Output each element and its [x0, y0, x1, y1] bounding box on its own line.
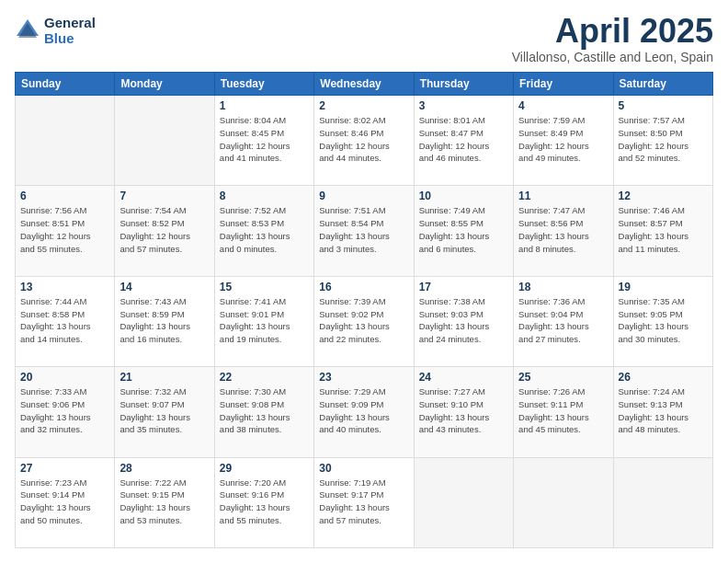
- day-number: 15: [220, 281, 309, 293]
- day-number: 23: [319, 371, 408, 384]
- day-number: 11: [518, 190, 608, 202]
- day-number: 1: [220, 99, 309, 112]
- day-number: 30: [319, 462, 408, 475]
- weekday-header-tuesday: Tuesday: [214, 73, 313, 96]
- day-number: 10: [419, 190, 508, 202]
- calendar-cell: 26Sunrise: 7:24 AM Sunset: 9:13 PM Dayli…: [613, 367, 712, 457]
- day-info: Sunrise: 7:43 AM Sunset: 8:59 PM Dayligh…: [119, 295, 209, 346]
- logo-icon: [15, 17, 40, 43]
- weekday-header-friday: Friday: [514, 73, 613, 96]
- logo-general: General: [44, 15, 96, 30]
- calendar-cell: 23Sunrise: 7:29 AM Sunset: 9:09 PM Dayli…: [314, 367, 414, 457]
- calendar-cell: 29Sunrise: 7:20 AM Sunset: 9:16 PM Dayli…: [214, 457, 313, 547]
- day-number: 27: [20, 462, 109, 475]
- day-number: 19: [619, 281, 708, 293]
- calendar-cell: 4Sunrise: 7:59 AM Sunset: 8:49 PM Daylig…: [514, 96, 613, 186]
- calendar-cell: 19Sunrise: 7:35 AM Sunset: 9:05 PM Dayli…: [613, 276, 712, 366]
- day-info: Sunrise: 7:52 AM Sunset: 8:53 PM Dayligh…: [220, 204, 309, 255]
- day-number: 5: [619, 99, 708, 112]
- day-number: 21: [119, 371, 209, 384]
- day-info: Sunrise: 7:47 AM Sunset: 8:56 PM Dayligh…: [518, 204, 608, 255]
- day-number: 26: [619, 371, 708, 384]
- calendar-cell: [514, 457, 613, 547]
- calendar-cell: 21Sunrise: 7:32 AM Sunset: 9:07 PM Dayli…: [115, 367, 214, 457]
- page: General Blue April 2025 Villalonso, Cast…: [0, 0, 728, 563]
- calendar-cell: 17Sunrise: 7:38 AM Sunset: 9:03 PM Dayli…: [414, 276, 513, 366]
- calendar-table: SundayMondayTuesdayWednesdayThursdayFrid…: [15, 72, 713, 548]
- day-info: Sunrise: 7:49 AM Sunset: 8:55 PM Dayligh…: [419, 204, 508, 255]
- day-info: Sunrise: 7:54 AM Sunset: 8:52 PM Dayligh…: [119, 204, 209, 255]
- day-number: 13: [20, 281, 109, 293]
- logo-blue: Blue: [44, 30, 96, 46]
- day-info: Sunrise: 7:57 AM Sunset: 8:50 PM Dayligh…: [619, 114, 708, 165]
- day-info: Sunrise: 7:24 AM Sunset: 9:13 PM Dayligh…: [619, 385, 708, 436]
- calendar-cell: 27Sunrise: 7:23 AM Sunset: 9:14 PM Dayli…: [16, 457, 115, 547]
- calendar-cell: 13Sunrise: 7:44 AM Sunset: 8:58 PM Dayli…: [16, 276, 115, 366]
- day-info: Sunrise: 7:23 AM Sunset: 9:14 PM Dayligh…: [20, 477, 109, 527]
- day-info: Sunrise: 7:59 AM Sunset: 8:49 PM Dayligh…: [518, 114, 608, 165]
- title-section: April 2025 Villalonso, Castille and Leon…: [512, 15, 713, 64]
- calendar-cell: 3Sunrise: 8:01 AM Sunset: 8:47 PM Daylig…: [414, 96, 513, 186]
- day-info: Sunrise: 7:36 AM Sunset: 9:04 PM Dayligh…: [518, 295, 608, 346]
- day-number: 17: [419, 281, 508, 293]
- calendar-cell: 16Sunrise: 7:39 AM Sunset: 9:02 PM Dayli…: [314, 276, 414, 366]
- calendar-cell: 15Sunrise: 7:41 AM Sunset: 9:01 PM Dayli…: [214, 276, 313, 366]
- weekday-header-row: SundayMondayTuesdayWednesdayThursdayFrid…: [16, 73, 713, 96]
- day-info: Sunrise: 7:56 AM Sunset: 8:51 PM Dayligh…: [20, 204, 109, 255]
- calendar-cell: 9Sunrise: 7:51 AM Sunset: 8:54 PM Daylig…: [314, 186, 414, 276]
- calendar-cell: 6Sunrise: 7:56 AM Sunset: 8:51 PM Daylig…: [16, 186, 115, 276]
- day-info: Sunrise: 7:32 AM Sunset: 9:07 PM Dayligh…: [119, 385, 209, 436]
- day-number: 7: [119, 190, 209, 202]
- calendar-cell: 14Sunrise: 7:43 AM Sunset: 8:59 PM Dayli…: [115, 276, 214, 366]
- day-info: Sunrise: 7:33 AM Sunset: 9:06 PM Dayligh…: [20, 385, 109, 436]
- location-title: Villalonso, Castille and Leon, Spain: [512, 50, 713, 64]
- day-number: 4: [518, 99, 608, 112]
- day-info: Sunrise: 7:30 AM Sunset: 9:08 PM Dayligh…: [220, 385, 309, 436]
- weekday-header-wednesday: Wednesday: [314, 73, 414, 96]
- day-number: 18: [518, 281, 608, 293]
- calendar-cell: 28Sunrise: 7:22 AM Sunset: 9:15 PM Dayli…: [115, 457, 214, 547]
- calendar-cell: [613, 457, 712, 547]
- calendar-cell: 2Sunrise: 8:02 AM Sunset: 8:46 PM Daylig…: [314, 96, 414, 186]
- weekday-header-monday: Monday: [115, 73, 214, 96]
- calendar-cell: 8Sunrise: 7:52 AM Sunset: 8:53 PM Daylig…: [214, 186, 313, 276]
- day-number: 28: [119, 462, 209, 475]
- calendar-cell: [414, 457, 513, 547]
- day-number: 16: [319, 281, 408, 293]
- day-info: Sunrise: 7:51 AM Sunset: 8:54 PM Dayligh…: [319, 204, 408, 255]
- day-number: 29: [220, 462, 309, 475]
- calendar-cell: 12Sunrise: 7:46 AM Sunset: 8:57 PM Dayli…: [613, 186, 712, 276]
- day-info: Sunrise: 7:41 AM Sunset: 9:01 PM Dayligh…: [220, 295, 309, 346]
- day-number: 20: [20, 371, 109, 384]
- day-info: Sunrise: 8:04 AM Sunset: 8:45 PM Dayligh…: [220, 114, 309, 165]
- day-number: 14: [119, 281, 209, 293]
- calendar-cell: 11Sunrise: 7:47 AM Sunset: 8:56 PM Dayli…: [514, 186, 613, 276]
- day-number: 8: [220, 190, 309, 202]
- calendar-cell: 7Sunrise: 7:54 AM Sunset: 8:52 PM Daylig…: [115, 186, 214, 276]
- calendar-cell: 1Sunrise: 8:04 AM Sunset: 8:45 PM Daylig…: [214, 96, 313, 186]
- day-info: Sunrise: 7:35 AM Sunset: 9:05 PM Dayligh…: [619, 295, 708, 346]
- day-info: Sunrise: 7:19 AM Sunset: 9:17 PM Dayligh…: [319, 477, 408, 527]
- calendar-cell: 25Sunrise: 7:26 AM Sunset: 9:11 PM Dayli…: [514, 367, 613, 457]
- calendar-cell: [115, 96, 214, 186]
- calendar-cell: 5Sunrise: 7:57 AM Sunset: 8:50 PM Daylig…: [613, 96, 712, 186]
- day-info: Sunrise: 7:29 AM Sunset: 9:09 PM Dayligh…: [319, 385, 408, 436]
- day-info: Sunrise: 7:38 AM Sunset: 9:03 PM Dayligh…: [419, 295, 508, 346]
- calendar-cell: 24Sunrise: 7:27 AM Sunset: 9:10 PM Dayli…: [414, 367, 513, 457]
- day-number: 2: [319, 99, 408, 112]
- weekday-header-sunday: Sunday: [16, 73, 115, 96]
- calendar-cell: 20Sunrise: 7:33 AM Sunset: 9:06 PM Dayli…: [16, 367, 115, 457]
- day-info: Sunrise: 7:44 AM Sunset: 8:58 PM Dayligh…: [20, 295, 109, 346]
- day-info: Sunrise: 7:22 AM Sunset: 9:15 PM Dayligh…: [119, 477, 209, 527]
- weekday-header-saturday: Saturday: [613, 73, 712, 96]
- day-number: 24: [419, 371, 508, 384]
- logo: General Blue: [15, 15, 96, 46]
- day-number: 3: [419, 99, 508, 112]
- day-info: Sunrise: 7:39 AM Sunset: 9:02 PM Dayligh…: [319, 295, 408, 346]
- calendar-cell: 10Sunrise: 7:49 AM Sunset: 8:55 PM Dayli…: [414, 186, 513, 276]
- day-info: Sunrise: 7:26 AM Sunset: 9:11 PM Dayligh…: [518, 385, 608, 436]
- day-info: Sunrise: 7:27 AM Sunset: 9:10 PM Dayligh…: [419, 385, 508, 436]
- day-info: Sunrise: 8:02 AM Sunset: 8:46 PM Dayligh…: [319, 114, 408, 165]
- day-number: 25: [518, 371, 608, 384]
- header: General Blue April 2025 Villalonso, Cast…: [15, 15, 713, 64]
